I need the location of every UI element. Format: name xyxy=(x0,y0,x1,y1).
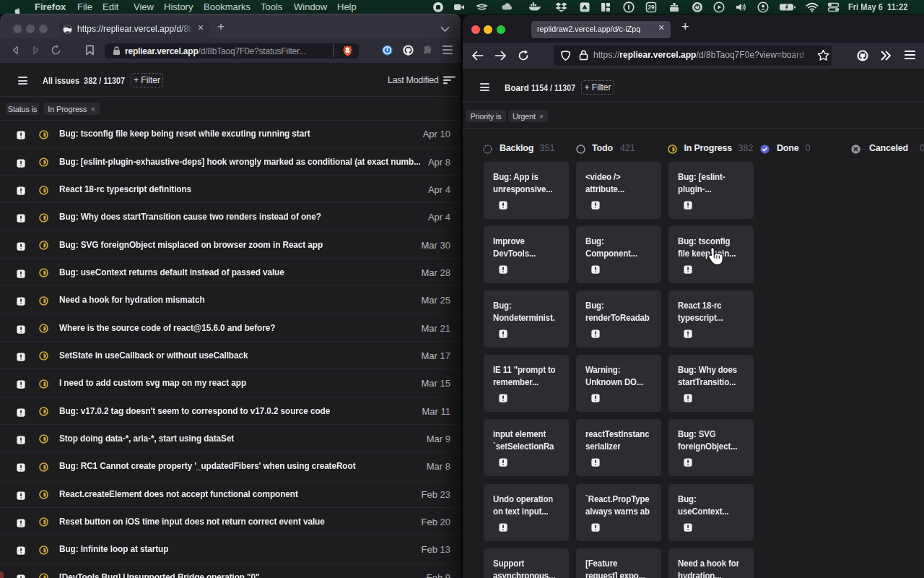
svg-text:29: 29 xyxy=(648,4,655,11)
